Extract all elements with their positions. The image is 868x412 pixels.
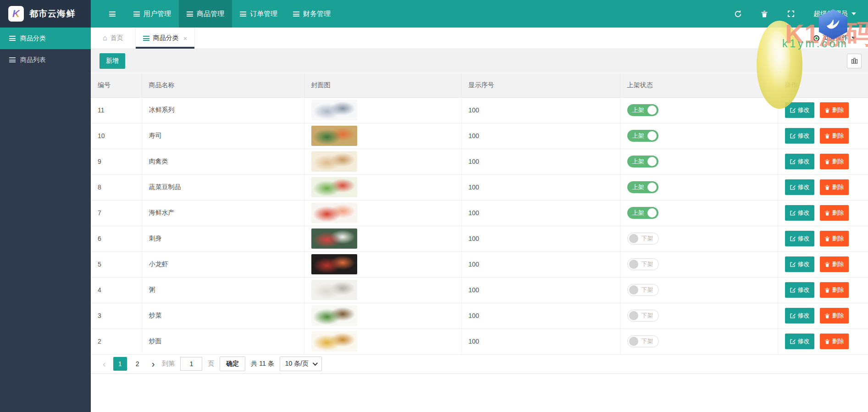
cell-product-name: 海鲜水产	[142, 200, 304, 226]
edit-button[interactable]: 修改	[785, 102, 814, 118]
tab-home[interactable]: ⌂ 首页	[91, 28, 135, 49]
toggle-knob	[647, 208, 657, 217]
delete-button[interactable]: 删除	[820, 102, 849, 118]
topnav-item-label: 用户管理	[144, 10, 171, 18]
shelf-status-toggle[interactable]: 上架	[627, 207, 658, 219]
column-header: 商品名称	[142, 73, 304, 97]
goto-confirm-button[interactable]: 确定	[220, 356, 245, 371]
tab-home-label: 首页	[111, 34, 123, 42]
trash-icon	[824, 313, 830, 319]
delete-button[interactable]: 删除	[820, 256, 849, 272]
delete-button[interactable]: 删除	[820, 154, 849, 169]
cell-cover	[304, 149, 461, 174]
cover-image	[311, 331, 357, 351]
page-actions-dropdown[interactable]: 页面操作	[813, 28, 868, 49]
shelf-status-toggle[interactable]: 上架	[627, 104, 658, 116]
cell-id: 8	[91, 174, 142, 200]
cell-product-name: 刺身	[142, 226, 304, 251]
sidebar-item-label: 商品列表	[20, 56, 46, 64]
edit-icon	[790, 313, 796, 319]
clear-cache-button[interactable]	[760, 10, 768, 18]
table-row: 8蔬菜豆制品100上架修改删除	[91, 174, 868, 200]
delete-button[interactable]: 删除	[820, 128, 849, 144]
topnav-item[interactable]: 商品管理	[179, 0, 232, 28]
delete-button-label: 删除	[832, 183, 844, 191]
cell-status: 上架	[620, 149, 778, 174]
fullscreen-icon	[787, 10, 795, 17]
edit-button-label: 修改	[798, 106, 810, 114]
edit-button[interactable]: 修改	[785, 179, 814, 195]
shelf-status-toggle[interactable]: 下架	[627, 335, 659, 347]
cover-image	[311, 306, 357, 326]
edit-button[interactable]: 修改	[785, 231, 814, 246]
toggle-knob	[629, 285, 638, 295]
trash-icon	[824, 107, 830, 113]
toggle-label: 上架	[632, 132, 644, 140]
prev-page-button[interactable]: ‹	[101, 359, 108, 368]
shelf-status-toggle[interactable]: 下架	[627, 310, 659, 322]
refresh-button[interactable]	[734, 10, 742, 18]
edit-button[interactable]: 修改	[785, 282, 814, 298]
page-number-button[interactable]: 2	[131, 357, 144, 371]
edit-button-label: 修改	[798, 132, 810, 140]
edit-button[interactable]: 修改	[785, 334, 814, 349]
sidebar-item[interactable]: 商品列表	[0, 49, 91, 71]
cell-status: 上架	[620, 200, 778, 226]
cell-id: 3	[91, 303, 142, 328]
edit-icon	[790, 262, 796, 267]
column-settings-button[interactable]	[847, 54, 862, 68]
edit-button-label: 修改	[798, 337, 810, 345]
topnav-item[interactable]: 订单管理	[232, 0, 285, 28]
shelf-status-toggle[interactable]: 上架	[627, 130, 658, 142]
cell-status: 下架	[620, 277, 778, 303]
cover-image	[311, 177, 357, 197]
page-number-button[interactable]: 1	[113, 357, 127, 371]
home-icon: ⌂	[103, 34, 107, 42]
delete-button[interactable]: 删除	[820, 231, 849, 246]
edit-button[interactable]: 修改	[785, 205, 814, 221]
topnav-item[interactable]: 用户管理	[126, 0, 179, 28]
fullscreen-button[interactable]	[787, 10, 795, 18]
user-dropdown[interactable]: 超级管理员	[813, 10, 856, 18]
tab-product-category[interactable]: 商品分类 ×	[135, 28, 195, 49]
close-icon[interactable]: ×	[183, 34, 188, 42]
goto-page-input[interactable]	[180, 357, 202, 371]
delete-button[interactable]: 删除	[820, 308, 849, 323]
sidebar-item[interactable]: 商品分类	[0, 28, 91, 49]
table-row: 3炒菜100下架修改删除	[91, 303, 868, 328]
shelf-status-toggle[interactable]: 下架	[627, 284, 659, 296]
next-page-button[interactable]: ›	[150, 359, 157, 368]
trash-icon	[824, 287, 830, 293]
edit-icon	[790, 159, 796, 165]
edit-button-label: 修改	[798, 157, 810, 166]
edit-button-label: 修改	[798, 209, 810, 217]
shelf-status-toggle[interactable]: 上架	[627, 156, 658, 167]
list-icon	[133, 11, 140, 17]
shelf-status-toggle[interactable]: 下架	[627, 258, 659, 270]
edit-button[interactable]: 修改	[785, 256, 814, 272]
page-size-select[interactable]: 10 条/页	[280, 356, 322, 371]
shelf-status-toggle[interactable]: 下架	[627, 233, 659, 245]
cell-product-name: 肉禽类	[142, 149, 304, 174]
cell-status: 下架	[620, 251, 778, 277]
delete-button[interactable]: 删除	[820, 179, 849, 195]
trash-icon	[824, 236, 830, 242]
delete-button[interactable]: 删除	[820, 282, 849, 298]
cell-actions: 修改删除	[778, 149, 868, 174]
table-row: 10寿司100上架修改删除	[91, 123, 868, 149]
cell-cover	[304, 200, 461, 226]
delete-button[interactable]: 删除	[820, 205, 849, 221]
tab-label: 商品分类	[153, 34, 179, 42]
delete-button[interactable]: 删除	[820, 334, 849, 349]
add-button[interactable]: 新增	[100, 53, 125, 69]
app-title: 都市云海鲜	[29, 8, 75, 20]
edit-button[interactable]: 修改	[785, 128, 814, 144]
collapse-sidebar-button[interactable]	[99, 0, 126, 28]
edit-button[interactable]: 修改	[785, 308, 814, 323]
shelf-status-toggle[interactable]: 上架	[627, 181, 658, 193]
cell-status: 下架	[620, 226, 778, 251]
cell-actions: 修改删除	[778, 123, 868, 149]
edit-button[interactable]: 修改	[785, 154, 814, 169]
cell-product-name: 炒菜	[142, 303, 304, 328]
topnav-item[interactable]: 财务管理	[285, 0, 338, 28]
